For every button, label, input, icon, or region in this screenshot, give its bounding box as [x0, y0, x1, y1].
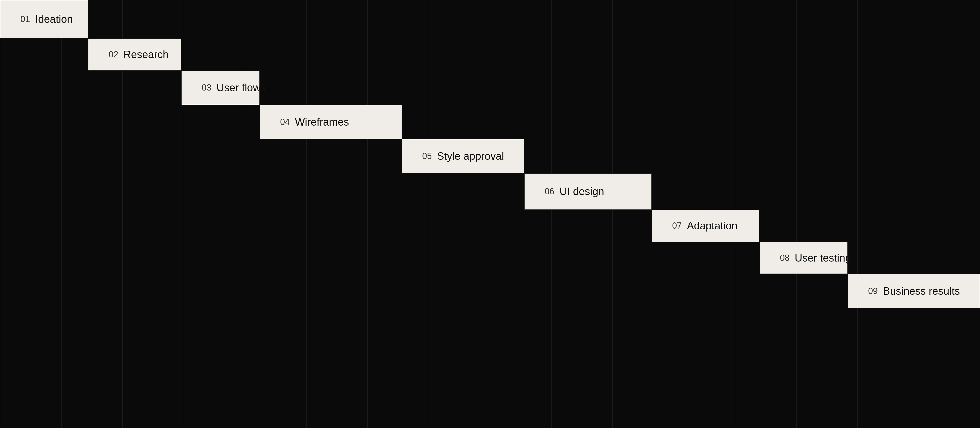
grid-line [858, 0, 858, 428]
grid-line [490, 0, 490, 428]
step-7-label: Adaptation [687, 220, 737, 232]
grid-line [551, 0, 552, 428]
step-4-label: Wireframes [295, 116, 349, 128]
step-6-number: 06 [528, 186, 554, 196]
step-4-number: 04 [264, 117, 290, 127]
step-9-number: 09 [852, 286, 878, 296]
step-9-label: Business results [883, 285, 960, 297]
grid-line [796, 0, 797, 428]
step-9-block: 09Business results [848, 274, 980, 308]
step-8-block: 08User testing [759, 242, 848, 274]
step-1-label: Ideation [35, 13, 73, 25]
step-7-number: 07 [656, 221, 682, 231]
grid-line [184, 0, 184, 428]
step-3-number: 03 [185, 83, 212, 93]
step-1-number: 01 [4, 14, 30, 24]
grid-line [919, 0, 919, 428]
grid-line [245, 0, 245, 428]
step-8-number: 08 [764, 253, 789, 263]
grid-line [0, 0, 0, 428]
step-2-number: 02 [92, 49, 118, 60]
step-6-block: 06UI design [524, 173, 652, 210]
step-1-block: 01Ideation [0, 0, 88, 38]
step-3-block: 03User flows [181, 71, 260, 105]
step-2-block: 02Research [88, 38, 181, 71]
step-2-label: Research [124, 49, 169, 60]
step-5-block: 05Style approval [402, 139, 524, 173]
step-8-label: User testing [795, 252, 851, 264]
step-5-number: 05 [406, 151, 432, 161]
step-4-block: 04Wireframes [260, 105, 402, 139]
grid-line [429, 0, 429, 428]
step-6-label: UI design [559, 185, 604, 197]
step-5-label: Style approval [437, 150, 504, 162]
grid-line [368, 0, 368, 428]
main-canvas: 01Ideation02Research03User flows04Wirefr… [0, 0, 980, 428]
step-3-label: User flows [216, 82, 266, 94]
step-7-block: 07Adaptation [652, 210, 759, 242]
grid-line [306, 0, 307, 428]
grid-line [612, 0, 613, 428]
grid-line [61, 0, 62, 428]
